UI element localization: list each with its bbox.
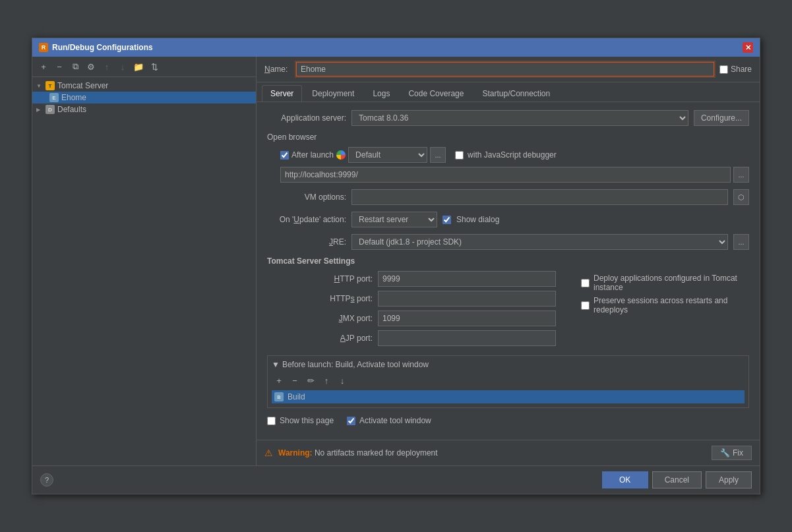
url-options-button[interactable]: ... [733, 167, 749, 183]
deploy-check2-label: Preserve sessions across restarts and re… [594, 296, 749, 314]
before-launch-add[interactable]: + [272, 373, 286, 388]
browser-options-button[interactable]: ... [430, 147, 446, 163]
folder-button[interactable]: 📁 [131, 59, 146, 74]
app-server-select[interactable]: Tomcat 8.0.36 [351, 110, 688, 126]
https-port-label: HTTPs port: [267, 294, 373, 303]
close-button[interactable]: ✕ [743, 42, 753, 53]
js-debugger-checkbox[interactable] [455, 151, 464, 160]
tomcat-server-icon: T [46, 81, 55, 90]
activate-tw-checkbox[interactable] [347, 417, 355, 425]
deploy-check2[interactable] [581, 301, 590, 310]
js-debugger-label: with JavaScript debugger [468, 150, 557, 160]
move-up-button[interactable]: ↑ [100, 59, 114, 74]
sort-button[interactable]: ⇅ [147, 59, 162, 74]
name-input[interactable] [296, 62, 714, 76]
show-dialog-checkbox[interactable] [442, 216, 451, 224]
fix-icon: 🔧 [720, 448, 730, 458]
ajp-port-input[interactable] [378, 330, 556, 346]
https-port-input[interactable] [378, 291, 556, 307]
build-item[interactable]: B Build [272, 390, 745, 403]
run-debug-dialog: R Run/Debug Configurations ✕ + − ⧉ ⚙ ↑ ↓… [32, 38, 760, 494]
before-launch-edit[interactable]: ✏ [303, 373, 318, 388]
vm-options-label: VM options: [267, 192, 346, 202]
vm-options-input[interactable] [351, 189, 728, 205]
settings-button[interactable]: ⚙ [84, 59, 98, 74]
http-port-label: HTTP port: [267, 274, 373, 283]
google-browser-icon [336, 150, 346, 160]
add-config-button[interactable]: + [36, 59, 51, 74]
jre-more-button[interactable]: ... [733, 234, 749, 250]
update-action-select[interactable]: Restart server [351, 212, 437, 227]
deploy-check1-row: Deploy applications configured in Tomcat… [581, 274, 749, 292]
defaults-label: Defaults [57, 105, 86, 114]
warning-message: No artifacts marked for deployment [313, 448, 438, 458]
help-button[interactable]: ? [40, 473, 53, 487]
tab-deployment[interactable]: Deployment [303, 85, 363, 102]
defaults-icon: D [46, 105, 55, 114]
tab-code-coverage[interactable]: Code Coverage [400, 85, 472, 102]
ok-button[interactable]: OK [602, 471, 648, 488]
deploy-checkboxes: Deploy applications configured in Tomcat… [581, 271, 749, 349]
tomcat-settings-header: Tomcat Server Settings [267, 256, 749, 266]
cancel-button[interactable]: Cancel [652, 471, 702, 488]
deploy-check1-label: Deploy applications configured in Tomcat… [594, 274, 749, 292]
tree-item-defaults[interactable]: ▶ D Defaults [32, 103, 256, 115]
app-server-label: Application server: [267, 113, 346, 123]
open-browser-title: Open browser [267, 133, 749, 142]
ports-deploy-section: HTTP port: HTTPs port: JMX port: AJP por… [267, 271, 749, 349]
dialog-footer: ? OK Cancel Apply [32, 465, 760, 494]
dialog-title: Run/Debug Configurations [52, 43, 153, 52]
url-input[interactable] [280, 167, 731, 183]
before-launch-up[interactable]: ↑ [319, 373, 334, 388]
show-page-label: Show this page [280, 416, 334, 425]
activate-tw-label: Activate tool window [359, 416, 431, 425]
jmx-port-input[interactable] [378, 310, 556, 326]
tomcat-server-label: Tomcat Server [57, 81, 108, 90]
update-action-label: On 'Update' action: [267, 215, 346, 224]
fix-button[interactable]: 🔧 Fix [712, 446, 752, 460]
share-checkbox[interactable] [719, 65, 728, 74]
remove-config-button[interactable]: − [52, 59, 67, 74]
show-dialog-label: Show dialog [456, 215, 499, 224]
app-server-row: Application server: Tomcat 8.0.36 Config… [267, 110, 749, 126]
titlebar-left: R Run/Debug Configurations [39, 43, 153, 52]
tab-startup-connection[interactable]: Startup/Connection [473, 85, 559, 102]
show-page-checkbox[interactable] [267, 417, 276, 425]
before-launch-header: ▼ Before launch: Build, Activate tool wi… [272, 360, 745, 369]
name-label: Name: [264, 65, 291, 74]
ehome-icon: E [49, 93, 59, 102]
right-panel: Name: Share Server Deployment Logs Code … [257, 57, 760, 465]
tab-logs[interactable]: Logs [364, 85, 398, 102]
jre-select[interactable]: Default (jdk1.8 - project SDK) [351, 234, 728, 250]
before-launch-toolbar: + − ✏ ↑ ↓ [272, 373, 745, 388]
before-launch-remove[interactable]: − [288, 373, 302, 388]
tree-item-tomcat-server[interactable]: ▼ T Tomcat Server [32, 80, 256, 92]
ports-grid: HTTP port: HTTPs port: JMX port: AJP por… [267, 271, 568, 346]
bottom-checkboxes: Show this page Activate tool window [267, 413, 749, 432]
after-launch-checkbox[interactable] [280, 151, 289, 160]
tab-server[interactable]: Server [262, 85, 302, 102]
name-row: Name: Share [257, 57, 760, 82]
dialog-icon: R [39, 43, 48, 52]
apply-button[interactable]: Apply [706, 471, 752, 488]
move-down-button[interactable]: ↓ [115, 59, 130, 74]
warning-row: ⚠ Warning: No artifacts marked for deplo… [257, 440, 760, 465]
tabs-row: Server Deployment Logs Code Coverage Sta… [257, 82, 760, 102]
ajp-port-label: AJP port: [267, 334, 373, 343]
copy-config-button[interactable]: ⧉ [68, 59, 82, 74]
open-browser-section: Open browser After launch Default ... wi… [267, 133, 749, 183]
footer-right: OK Cancel Apply [602, 471, 752, 488]
left-panel: + − ⧉ ⚙ ↑ ↓ 📁 ⇅ ▼ T Tomcat Server E [32, 57, 257, 465]
before-launch-down[interactable]: ↓ [335, 373, 350, 388]
http-port-input[interactable] [378, 271, 556, 287]
configure-button[interactable]: Configure... [694, 110, 749, 126]
deploy-check1[interactable] [581, 279, 590, 287]
vm-expand-button[interactable]: ⬡ [733, 189, 749, 205]
left-toolbar: + − ⧉ ⚙ ↑ ↓ 📁 ⇅ [32, 57, 256, 77]
tree-item-ehome[interactable]: E Ehome [32, 92, 256, 103]
browser-select[interactable]: Default [348, 147, 427, 163]
footer-left: ? [40, 473, 53, 487]
activate-tw-row: Activate tool window [347, 416, 431, 425]
after-launch-label: After launch [291, 150, 334, 160]
share-area: Share [719, 65, 752, 74]
